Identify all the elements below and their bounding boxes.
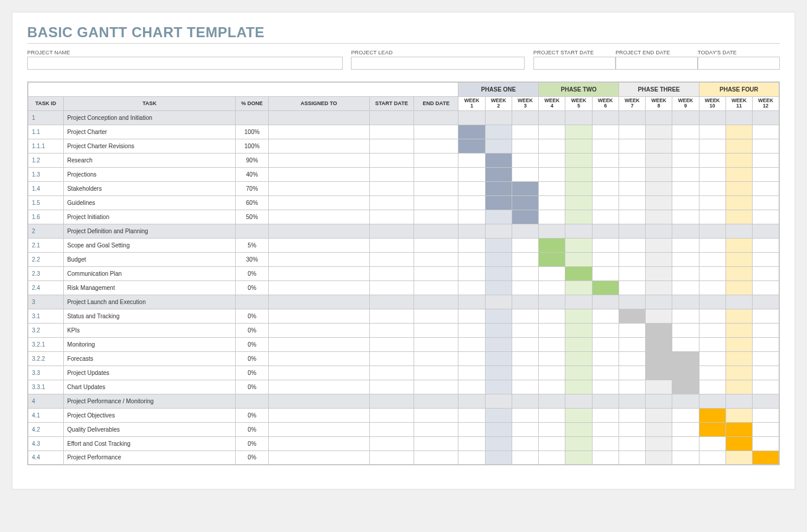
cell-start-date[interactable] [369, 224, 414, 238]
gantt-cell-week-11[interactable] [725, 153, 752, 167]
cell-assigned-to[interactable] [268, 252, 369, 266]
cell-task-id[interactable]: 4.4 [28, 451, 63, 465]
gantt-cell-week-3[interactable] [512, 195, 538, 210]
gantt-cell-week-4[interactable] [539, 153, 565, 167]
gantt-cell-week-11[interactable] [725, 110, 752, 125]
cell-task-id[interactable]: 1.5 [28, 195, 63, 210]
gantt-cell-week-5[interactable] [565, 451, 592, 465]
gantt-cell-week-10[interactable] [699, 252, 725, 266]
gantt-cell-week-4[interactable] [539, 167, 565, 181]
gantt-cell-week-1[interactable] [458, 295, 485, 309]
gantt-cell-week-1[interactable] [458, 210, 485, 224]
gantt-cell-week-7[interactable] [619, 210, 645, 224]
gantt-cell-week-1[interactable] [458, 394, 485, 408]
gantt-cell-week-4[interactable] [539, 323, 565, 337]
gantt-cell-week-6[interactable] [592, 394, 619, 408]
gantt-cell-week-7[interactable] [619, 167, 645, 181]
gantt-cell-week-2[interactable] [485, 266, 512, 280]
gantt-cell-week-6[interactable] [592, 195, 619, 210]
gantt-cell-week-11[interactable] [725, 436, 752, 451]
gantt-cell-week-1[interactable] [458, 337, 485, 351]
cell-end-date[interactable] [414, 380, 458, 394]
gantt-cell-week-8[interactable] [646, 224, 672, 238]
gantt-cell-week-7[interactable] [619, 337, 645, 351]
gantt-cell-week-8[interactable] [646, 451, 672, 465]
gantt-cell-week-10[interactable] [699, 195, 725, 210]
gantt-cell-week-7[interactable] [619, 238, 645, 252]
gantt-cell-week-12[interactable] [753, 181, 779, 195]
cell-pct-done[interactable]: 0% [236, 380, 268, 394]
cell-task-id[interactable]: 2.1 [28, 238, 63, 252]
gantt-cell-week-8[interactable] [646, 280, 672, 295]
cell-start-date[interactable] [369, 436, 414, 451]
cell-assigned-to[interactable] [268, 394, 369, 408]
gantt-cell-week-10[interactable] [699, 408, 725, 422]
gantt-cell-week-3[interactable] [512, 422, 538, 436]
cell-task-name[interactable]: Effort and Cost Tracking [63, 436, 236, 451]
cell-assigned-to[interactable] [268, 295, 369, 309]
cell-task-id[interactable]: 3.1 [28, 309, 63, 323]
gantt-cell-week-6[interactable] [592, 224, 619, 238]
cell-pct-done[interactable]: 100% [236, 139, 268, 153]
gantt-cell-week-6[interactable] [592, 337, 619, 351]
cell-end-date[interactable] [414, 351, 458, 365]
cell-end-date[interactable] [414, 422, 458, 436]
cell-assigned-to[interactable] [268, 266, 369, 280]
cell-task-name[interactable]: Project Charter Revisions [63, 139, 236, 153]
gantt-cell-week-7[interactable] [619, 295, 645, 309]
gantt-cell-week-12[interactable] [753, 309, 779, 323]
gantt-cell-week-6[interactable] [592, 365, 619, 380]
gantt-cell-week-4[interactable] [539, 280, 565, 295]
gantt-cell-week-12[interactable] [753, 210, 779, 224]
gantt-cell-week-10[interactable] [699, 139, 725, 153]
gantt-cell-week-2[interactable] [485, 295, 512, 309]
gantt-cell-week-12[interactable] [753, 280, 779, 295]
gantt-cell-week-4[interactable] [539, 224, 565, 238]
gantt-cell-week-6[interactable] [592, 295, 619, 309]
gantt-cell-week-2[interactable] [485, 365, 512, 380]
gantt-cell-week-12[interactable] [753, 436, 779, 451]
gantt-cell-week-12[interactable] [753, 337, 779, 351]
gantt-cell-week-7[interactable] [619, 365, 645, 380]
cell-task-name[interactable]: Project Updates [63, 365, 236, 380]
gantt-cell-week-3[interactable] [512, 252, 538, 266]
gantt-cell-week-5[interactable] [565, 181, 592, 195]
gantt-cell-week-4[interactable] [539, 380, 565, 394]
cell-end-date[interactable] [414, 266, 458, 280]
cell-end-date[interactable] [414, 408, 458, 422]
gantt-cell-week-3[interactable] [512, 139, 538, 153]
gantt-cell-week-10[interactable] [699, 436, 725, 451]
gantt-cell-week-4[interactable] [539, 422, 565, 436]
cell-task-id[interactable]: 3.3.1 [28, 380, 63, 394]
gantt-cell-week-11[interactable] [725, 365, 752, 380]
gantt-cell-week-1[interactable] [458, 125, 485, 139]
gantt-cell-week-10[interactable] [699, 380, 725, 394]
gantt-cell-week-2[interactable] [485, 181, 512, 195]
gantt-cell-week-10[interactable] [699, 323, 725, 337]
gantt-cell-week-8[interactable] [646, 210, 672, 224]
cell-task-id[interactable]: 4 [28, 394, 63, 408]
gantt-cell-week-9[interactable] [672, 408, 699, 422]
gantt-cell-week-11[interactable] [725, 295, 752, 309]
gantt-cell-week-7[interactable] [619, 181, 645, 195]
gantt-cell-week-12[interactable] [753, 167, 779, 181]
gantt-cell-week-7[interactable] [619, 280, 645, 295]
gantt-cell-week-8[interactable] [646, 380, 672, 394]
gantt-cell-week-10[interactable] [699, 295, 725, 309]
gantt-cell-week-10[interactable] [699, 451, 725, 465]
cell-end-date[interactable] [414, 451, 458, 465]
cell-pct-done[interactable] [236, 110, 268, 125]
gantt-cell-week-7[interactable] [619, 451, 645, 465]
cell-pct-done[interactable]: 0% [236, 309, 268, 323]
gantt-cell-week-9[interactable] [672, 451, 699, 465]
cell-start-date[interactable] [369, 195, 414, 210]
gantt-cell-week-9[interactable] [672, 181, 699, 195]
cell-pct-done[interactable]: 0% [236, 422, 268, 436]
gantt-cell-week-8[interactable] [646, 351, 672, 365]
gantt-cell-week-8[interactable] [646, 110, 672, 125]
gantt-cell-week-1[interactable] [458, 280, 485, 295]
gantt-cell-week-10[interactable] [699, 422, 725, 436]
gantt-cell-week-11[interactable] [725, 266, 752, 280]
cell-assigned-to[interactable] [268, 309, 369, 323]
gantt-cell-week-8[interactable] [646, 408, 672, 422]
